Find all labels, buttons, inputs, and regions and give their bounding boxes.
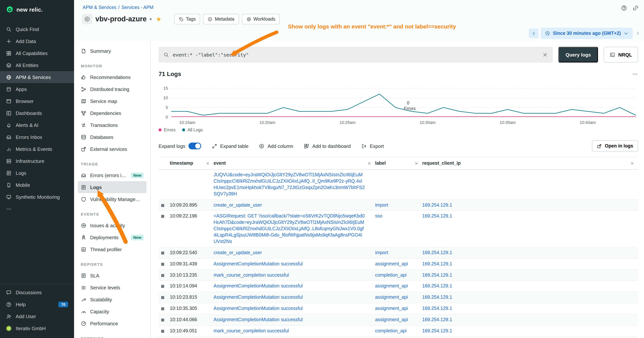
log-ip-link[interactable]: 169.254.129.1: [422, 250, 638, 256]
sidebar-item-dashboards[interactable]: Dashboards: [0, 107, 74, 119]
sidebar-bottom-help[interactable]: Help70: [0, 298, 74, 310]
tags-button[interactable]: Tags: [174, 14, 200, 24]
log-ip-link[interactable]: 169.254.129.1: [422, 261, 638, 267]
open-in-logs-button[interactable]: Open in logs: [592, 140, 638, 152]
log-event-link[interactable]: mark_course_completion successful: [214, 328, 375, 334]
secondary-nav-item-thread-profiler[interactable]: Thread profiler: [78, 243, 146, 255]
log-label-link[interactable]: import: [375, 250, 422, 256]
legend-all-logs[interactable]: All Logs: [182, 128, 203, 132]
log-row[interactable]: 10:10:49.051mark_course_completion succe…: [158, 326, 638, 337]
log-label-link[interactable]: assignment_api: [375, 317, 422, 323]
legend-errors[interactable]: Errors: [158, 128, 176, 132]
time-forward-button[interactable]: [635, 31, 640, 36]
entity-switcher-caret-icon[interactable]: ▾: [150, 17, 152, 22]
log-event-link[interactable]: mark_course_completion successful: [214, 272, 375, 278]
expand-logs-toggle[interactable]: [188, 143, 201, 149]
log-event-link[interactable]: create_or_update_user: [214, 202, 375, 208]
more-options-button[interactable]: [632, 71, 638, 77]
sidebar-item-more[interactable]: [0, 203, 74, 215]
secondary-nav-item-service-map[interactable]: Service map: [78, 95, 146, 107]
sidebar-item-logs[interactable]: Logs: [0, 167, 74, 179]
sidebar-item-add-data[interactable]: Add Data: [0, 35, 74, 47]
log-row[interactable]: 10:09:20.895create_or_update_userimport1…: [158, 200, 638, 211]
newrelic-logo[interactable]: new relic.: [0, 0, 74, 19]
log-label-link[interactable]: assignment_api: [375, 305, 422, 312]
secondary-nav-item-summary[interactable]: Summary: [78, 45, 146, 57]
log-ip-link[interactable]: 169.254.129.1: [422, 305, 638, 312]
help-circle-button[interactable]: [621, 5, 627, 11]
secondary-nav-item-performance[interactable]: Performance: [78, 317, 146, 329]
remove-label-column-button[interactable]: [414, 161, 418, 165]
secondary-nav-item-scalability[interactable]: Scalability: [78, 293, 146, 305]
sidebar-item-apps[interactable]: Apps: [0, 83, 74, 95]
secondary-nav-item-sla[interactable]: SLA: [78, 269, 146, 281]
sidebar-item-all-entities[interactable]: All Entities: [0, 59, 74, 71]
time-back-button[interactable]: [529, 29, 539, 38]
secondary-nav-item-errors-errors-inb[interactable]: Errors (errors inb...New: [78, 169, 146, 181]
log-ip-link[interactable]: 169.254.129.1: [422, 283, 638, 289]
log-row[interactable]: 10:10:44.066AssignmentCompletionMutation…: [158, 314, 638, 326]
secondary-nav-item-vulnerability-management[interactable]: Vulnerability Management: [78, 193, 146, 205]
log-ip-link[interactable]: 169.254.129.1: [422, 328, 638, 334]
sidebar-item-quick-find[interactable]: Quick Find: [0, 23, 74, 35]
favorite-star-icon[interactable]: ★: [156, 15, 162, 23]
metadata-button[interactable]: Metadata: [203, 14, 239, 24]
breadcrumb-services-apm[interactable]: Services - APM: [122, 5, 154, 10]
log-label-link[interactable]: sso: [375, 213, 422, 219]
secondary-nav-item-dependencies[interactable]: Dependencies: [78, 107, 146, 119]
log-row[interactable]: 10:10:35.305AssignmentCompletionMutation…: [158, 303, 638, 314]
log-event-link[interactable]: JUQVU&code=eyJraWQiOiJjcGltY29yZV8wOTl1M…: [214, 172, 375, 197]
log-row[interactable]: 10:10:14.094AssignmentCompletionMutation…: [158, 281, 638, 292]
remove-ip-column-button[interactable]: [630, 161, 634, 165]
log-label-link[interactable]: completion_api: [375, 272, 422, 278]
add-to-dashboard-button[interactable]: Add to dashboard: [304, 143, 350, 149]
sidebar-item-mobile[interactable]: Mobile: [0, 179, 74, 191]
log-ip-link[interactable]: 169.254.129.1: [422, 272, 638, 278]
log-label-link[interactable]: assignment_api: [375, 294, 422, 301]
sidebar-item-metrics-events[interactable]: Metrics & Events: [0, 143, 74, 155]
log-event-link[interactable]: <ASGIRequest: GET '/sso/callback/?state=…: [214, 213, 375, 245]
log-event-link[interactable]: AssignmentCompletionMutation successful: [214, 317, 375, 323]
query-logs-button[interactable]: Query logs: [558, 47, 598, 63]
log-row[interactable]: 10:09:22.196<ASGIRequest: GET '/sso/call…: [158, 211, 638, 247]
log-row[interactable]: JUQVU&code=eyJraWQiOiJjcGltY29yZV8wOTl1M…: [158, 170, 638, 200]
export-button[interactable]: Export: [361, 143, 384, 149]
log-row[interactable]: 10:11:00.311AssignmentCompletionMutation…: [158, 337, 638, 338]
remove-timestamp-column-button[interactable]: [206, 161, 210, 165]
breadcrumb-apm-services[interactable]: APM & Services: [83, 5, 116, 10]
secondary-nav-item-logs[interactable]: Logs: [78, 181, 146, 193]
log-label-link[interactable]: import: [375, 202, 422, 208]
workloads-button[interactable]: Workloads: [242, 14, 280, 24]
secondary-nav-item-transactions[interactable]: Transactions: [78, 119, 146, 131]
log-event-link[interactable]: AssignmentCompletionMutation successful: [214, 294, 375, 301]
sidebar-item-synthetic-monitoring[interactable]: Synthetic Monitoring: [0, 191, 74, 203]
nrql-button[interactable]: NRQL: [604, 47, 638, 63]
secondary-nav-item-deployments[interactable]: DeploymentsNew: [78, 231, 146, 243]
secondary-nav-item-issues-activity[interactable]: Issues & activity: [78, 219, 146, 231]
log-event-link[interactable]: AssignmentCompletionMutation successful: [214, 261, 375, 267]
time-range-picker[interactable]: Since 30 minutes ago (GMT+2): [541, 28, 633, 39]
secondary-nav-item-distributed-tracing[interactable]: Distributed tracing: [78, 83, 146, 95]
log-query-text[interactable]: event:* -"label":"security": [173, 52, 538, 58]
remove-event-column-button[interactable]: [367, 161, 371, 165]
permalink-button[interactable]: [632, 5, 639, 11]
expand-table-button[interactable]: Expand table: [212, 143, 248, 149]
clear-query-button[interactable]: [542, 52, 548, 58]
log-label-link[interactable]: completion_api: [375, 328, 422, 334]
secondary-nav-item-service-levels[interactable]: Service levels: [78, 281, 146, 293]
log-row[interactable]: 10:09:22.540create_or_update_userimport1…: [158, 247, 638, 259]
add-column-button[interactable]: Add column: [259, 143, 293, 149]
sidebar-bottom-iterativ-gmbh[interactable]: Iterativ GmbH: [0, 322, 74, 334]
log-ip-link[interactable]: 169.254.129.1: [422, 317, 638, 323]
sidebar-item-errors-inbox[interactable]: Errors Inbox: [0, 131, 74, 143]
log-label-link[interactable]: assignment_api: [375, 261, 422, 267]
secondary-nav-item-external-services[interactable]: External services: [78, 143, 146, 155]
sidebar-item-alerts-ai[interactable]: Alerts & AI: [0, 119, 74, 131]
sidebar-item-all-capabilities[interactable]: All Capabilities: [0, 47, 74, 59]
log-event-link[interactable]: create_or_update_user: [214, 250, 375, 256]
sidebar-item-infrastructure[interactable]: Infrastructure: [0, 155, 74, 167]
secondary-nav-item-recommendations[interactable]: Recommendations: [78, 71, 146, 83]
log-event-link[interactable]: AssignmentCompletionMutation successful: [214, 283, 375, 289]
log-row[interactable]: 10:10:23.815AssignmentCompletionMutation…: [158, 292, 638, 303]
log-ip-link[interactable]: 169.254.129.1: [422, 294, 638, 301]
